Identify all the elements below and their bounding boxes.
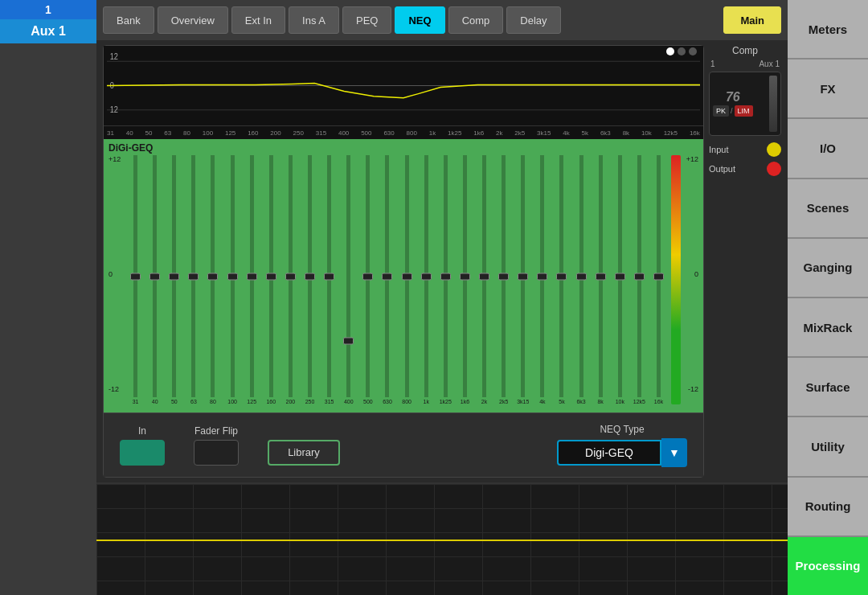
nav-btn-neq[interactable]: NEQ xyxy=(395,6,444,34)
geq-handle-250[interactable] xyxy=(305,273,315,280)
geq-handle-2k5[interactable] xyxy=(498,273,509,280)
geq-track-1k6 xyxy=(463,155,467,397)
geq-handle-4k[interactable] xyxy=(537,273,547,280)
geq-track-31 xyxy=(133,155,137,397)
in-button[interactable] xyxy=(120,440,165,466)
right-btn-routing[interactable]: Routing xyxy=(788,478,868,537)
fader-flip-label: Fader Flip xyxy=(194,425,238,437)
geq-label-10k: 10k xyxy=(616,399,624,404)
library-control: Library xyxy=(268,425,340,466)
geq-band-63: 63 xyxy=(184,155,203,404)
geq-sliders-container: +12 0 -12 314050638010012516020025031540… xyxy=(108,155,698,404)
geq-label-630: 630 xyxy=(383,399,392,404)
freq-label-400: 400 xyxy=(338,129,349,137)
geq-label-1k: 1k xyxy=(423,399,428,404)
right-panel: MetersFXI/OScenesGangingMixRackSurfaceUt… xyxy=(788,0,868,595)
geq-track-12k5 xyxy=(637,155,641,397)
neq-type-select[interactable]: Digi-GEQ xyxy=(557,440,661,466)
freq-display: 12 0 12 xyxy=(104,46,703,126)
geq-handle-630[interactable] xyxy=(382,273,392,280)
nav-btn-peq[interactable]: PEQ xyxy=(342,6,391,34)
geq-band-8k: 8k xyxy=(592,155,610,404)
geq-handle-1k[interactable] xyxy=(421,273,432,280)
geq-track-1k xyxy=(424,155,428,397)
geq-handle-6k3[interactable] xyxy=(576,273,587,280)
right-btn-processing[interactable]: Processing xyxy=(788,537,868,595)
geq-handle-400[interactable] xyxy=(343,337,354,344)
freq-label-500: 500 xyxy=(361,129,371,137)
geq-handle-125[interactable] xyxy=(247,273,257,280)
output-dot[interactable] xyxy=(767,162,781,176)
freq-scale-bar: 3140506380100125160200250315400500630800… xyxy=(104,126,703,139)
right-btn-fx[interactable]: FX xyxy=(788,60,868,119)
right-btn-ganging[interactable]: Ganging xyxy=(788,239,868,298)
nav-btn-comp[interactable]: Comp xyxy=(448,6,504,34)
main-button[interactable]: Main xyxy=(723,6,781,34)
geq-handle-8k[interactable] xyxy=(596,273,606,280)
geq-handle-800[interactable] xyxy=(402,273,412,280)
right-btn-utility[interactable]: Utility xyxy=(788,417,868,477)
freq-label-1k: 1k xyxy=(429,129,436,137)
library-button[interactable]: Library xyxy=(268,440,340,466)
geq-band-50: 50 xyxy=(165,155,183,404)
geq-handle-80[interactable] xyxy=(207,273,218,280)
geq-handle-16k[interactable] xyxy=(653,273,664,280)
geq-band-500: 500 xyxy=(358,155,377,404)
freq-label-10k: 10k xyxy=(641,129,652,137)
geq-track-8k xyxy=(599,155,603,397)
neq-type-dropdown-arrow[interactable]: ▼ xyxy=(661,438,687,467)
right-btn-surface[interactable]: Surface xyxy=(788,358,868,417)
right-btn-mixrack[interactable]: MixRack xyxy=(788,298,868,358)
geq-title: DiGi-GEQ xyxy=(108,142,698,154)
geq-handle-200[interactable] xyxy=(285,273,296,280)
geq-band-12k5: 12k5 xyxy=(630,155,649,404)
nav-btn-ins-a[interactable]: Ins A xyxy=(289,6,339,34)
geq-handle-100[interactable] xyxy=(227,273,238,280)
geq-handle-3k15[interactable] xyxy=(518,273,528,280)
neq-type-group: NEQ Type Digi-GEQ ▼ xyxy=(557,424,687,467)
geq-label-80: 80 xyxy=(210,399,216,404)
geq-track-200 xyxy=(289,155,293,397)
right-btn-io[interactable]: I/O xyxy=(788,119,868,178)
fader-flip-control: Fader Flip xyxy=(194,425,239,466)
geq-label-1k6: 1k6 xyxy=(461,399,469,404)
geq-track-1k25 xyxy=(444,155,448,397)
geq-handle-50[interactable] xyxy=(169,273,179,280)
nav-btn-delay[interactable]: Delay xyxy=(506,6,560,34)
geq-handle-40[interactable] xyxy=(149,273,160,280)
eq-panel: 12 0 12 31405063801001251602002503154005… xyxy=(103,45,704,478)
geq-handle-31[interactable] xyxy=(130,273,141,280)
comp-lim: LIM xyxy=(735,105,753,117)
nav-btn-ext-in[interactable]: Ext In xyxy=(231,6,285,34)
geq-handle-500[interactable] xyxy=(362,273,373,280)
geq-label-16k: 16k xyxy=(654,399,663,404)
in-label: In xyxy=(138,425,146,437)
right-btn-scenes[interactable]: Scenes xyxy=(788,179,868,239)
geq-handle-63[interactable] xyxy=(188,273,199,280)
geq-track-100 xyxy=(231,155,235,397)
geq-handle-315[interactable] xyxy=(324,273,334,280)
input-output: Input Output xyxy=(709,142,781,176)
right-btn-meters[interactable]: Meters xyxy=(788,0,868,60)
geq-label-200: 200 xyxy=(286,399,296,404)
freq-label-3k15: 3k15 xyxy=(537,129,551,137)
geq-handle-1k6[interactable] xyxy=(460,273,470,280)
nav-btn-bank[interactable]: Bank xyxy=(103,6,154,34)
nav-btn-overview[interactable]: Overview xyxy=(158,6,228,34)
geq-handle-2k[interactable] xyxy=(479,273,489,280)
neq-type-label: NEQ Type xyxy=(600,424,644,435)
geq-label-1k25: 1k25 xyxy=(440,399,452,404)
geq-handle-10k[interactable] xyxy=(615,273,625,280)
freq-label-2k5: 2k5 xyxy=(514,129,525,137)
geq-band-2k: 2k xyxy=(475,155,493,404)
geq-handle-160[interactable] xyxy=(266,273,276,280)
input-dot[interactable] xyxy=(767,142,781,157)
geq-handle-1k25[interactable] xyxy=(440,273,451,280)
fader-flip-button[interactable] xyxy=(194,440,239,466)
freq-label-63: 63 xyxy=(164,129,171,137)
geq-handle-5k[interactable] xyxy=(556,273,567,280)
geq-label-50: 50 xyxy=(171,399,178,404)
geq-label-315: 315 xyxy=(325,399,334,404)
geq-handle-12k5[interactable] xyxy=(634,273,645,280)
geq-section: DiGi-GEQ +12 0 -12 314050638010012516020… xyxy=(104,139,703,412)
